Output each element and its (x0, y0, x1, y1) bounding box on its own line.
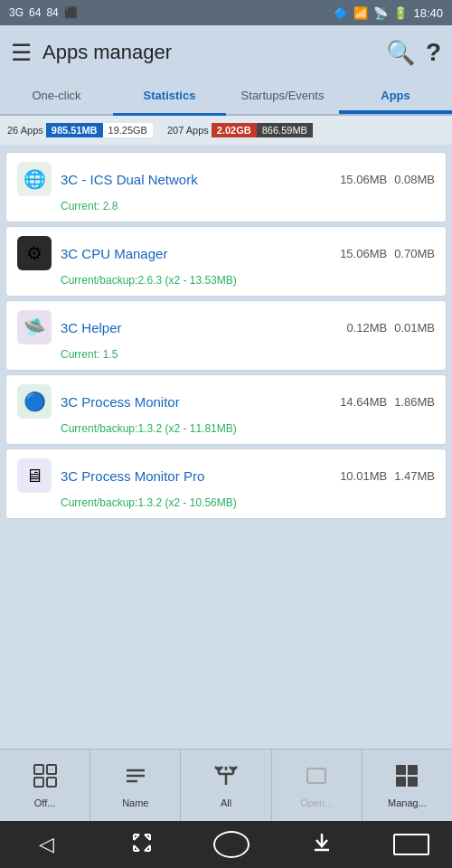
offline-icon (33, 763, 58, 794)
app-header: ☰ Apps manager 🔍 ? (0, 25, 452, 80)
app-icon-0: 🌐 (17, 162, 52, 196)
app-title: Apps manager (42, 41, 375, 64)
battery-icon: 🔋 (393, 6, 408, 20)
svg-rect-13 (307, 769, 325, 783)
open-icon (304, 763, 329, 794)
storage-left-used: 985.51MB (46, 123, 103, 137)
app-size2-1: 0.70MB (394, 247, 435, 260)
storage-bar: 26 Apps 985.51MB 19.25GB 207 Apps 2.02GB… (0, 116, 452, 145)
app-sizes-3: 14.64MB 1.86MB (340, 395, 435, 409)
svg-rect-15 (408, 765, 418, 775)
app-size2-3: 1.86MB (394, 395, 435, 409)
app-sizes-4: 10.01MB 1.47MB (340, 469, 435, 483)
name-icon (123, 763, 148, 794)
tab-one-click[interactable]: One-click (0, 80, 113, 114)
toolbar-name-label: Name (122, 797, 148, 808)
toolbar-name-button[interactable]: Name (90, 750, 181, 821)
status-icon-3: 84 (46, 6, 58, 19)
list-item[interactable]: 🛸 3C Helper 0.12MB 0.01MB Current: 1.5 (5, 300, 447, 371)
status-right-icons: 🔷 📶 📡 🔋 18:40 (334, 6, 443, 20)
svg-rect-16 (396, 777, 406, 787)
list-item[interactable]: ⚙ 3C CPU Manager 15.06MB 0.70MB Current/… (5, 226, 447, 297)
nav-collapse[interactable] (116, 827, 168, 863)
app-size2-2: 0.01MB (394, 321, 435, 335)
bluetooth-icon: 🔷 (334, 6, 348, 20)
storage-left-total: 19.25GB (103, 123, 153, 137)
time-display: 18:40 (413, 6, 443, 20)
svg-rect-3 (47, 778, 56, 787)
tab-startups-events[interactable]: Startups/Events (226, 80, 339, 114)
app-size1-4: 10.01MB (340, 469, 387, 483)
status-icon-2: 64 (29, 6, 41, 19)
app-sub-4: Current/backup:1.3.2 (x2 - 10.56MB) (17, 496, 435, 509)
app-name-4: 3C Process Monitor Pro (61, 468, 331, 484)
toolbar-offline-label: Off... (34, 797, 56, 808)
app-icon-3: 🔵 (17, 384, 52, 419)
toolbar-manage-button[interactable]: Manag... (363, 750, 452, 821)
storage-right-count: 207 Apps (167, 125, 209, 136)
menu-icon[interactable]: ☰ (11, 39, 32, 67)
toolbar-all-button[interactable]: All (181, 750, 271, 821)
app-name-3: 3C Process Monitor (61, 394, 331, 410)
storage-right-total: 866.59MB (257, 123, 313, 137)
app-icon-2: 🛸 (17, 310, 52, 344)
app-icon-4: 🖥 (17, 458, 52, 493)
tab-bar: One-click Statistics Startups/Events App… (0, 80, 452, 116)
app-sizes-1: 15.06MB 0.70MB (340, 247, 435, 260)
tab-apps[interactable]: Apps (339, 80, 452, 114)
nav-download[interactable] (296, 826, 348, 863)
app-size2-4: 1.47MB (394, 469, 435, 483)
bottom-toolbar: Off... Name All Open... (0, 749, 452, 821)
app-size1-1: 15.06MB (340, 247, 387, 260)
app-sizes-2: 0.12MB 0.01MB (346, 321, 435, 335)
list-item[interactable]: 🔵 3C Process Monitor 14.64MB 1.86MB Curr… (5, 374, 447, 445)
app-size1-0: 15.06MB (340, 173, 387, 186)
nav-home[interactable] (213, 831, 250, 858)
app-icon-1: ⚙ (17, 236, 52, 270)
app-size1-3: 14.64MB (340, 395, 387, 409)
wifi-icon: 📶 (353, 6, 368, 20)
app-name-2: 3C Helper (61, 320, 337, 335)
nav-bar: ◁ (0, 821, 452, 868)
help-icon[interactable]: ? (426, 38, 441, 67)
app-sub-3: Current/backup:1.3.2 (x2 - 11.81MB) (17, 422, 435, 435)
app-sub-1: Current/backup:2.6.3 (x2 - 13.53MB) (17, 274, 435, 287)
toolbar-open-button: Open... (272, 750, 363, 821)
toolbar-offline-button[interactable]: Off... (0, 750, 90, 821)
manage-icon (394, 763, 419, 794)
app-sub-0: Current: 2.8 (17, 200, 435, 212)
status-icon-1: 3G (9, 6, 24, 19)
search-icon[interactable]: 🔍 (386, 39, 415, 67)
app-sub-2: Current: 1.5 (17, 348, 435, 361)
all-icon (213, 763, 239, 794)
svg-rect-14 (396, 765, 406, 775)
status-bar: 3G 64 84 ⬛ 🔷 📶 📡 🔋 18:40 (0, 0, 452, 25)
signal-icon: 📡 (373, 6, 388, 20)
tab-statistics[interactable]: Statistics (113, 80, 226, 114)
storage-right-used: 2.02GB (212, 123, 257, 137)
app-sizes-0: 15.06MB 0.08MB (340, 173, 435, 186)
toolbar-manage-label: Manag... (388, 797, 427, 808)
toolbar-all-label: All (221, 797, 231, 808)
svg-rect-2 (34, 778, 43, 787)
app-list: 🌐 3C - ICS Dual Network 15.06MB 0.08MB C… (0, 145, 452, 749)
storage-left-count: 26 Apps (7, 125, 43, 136)
nav-recent[interactable] (393, 834, 429, 855)
app-name-1: 3C CPU Manager (61, 246, 331, 261)
app-name-0: 3C - ICS Dual Network (61, 172, 331, 187)
status-icon-bluetooth: ⬛ (64, 6, 78, 19)
status-left-icons: 3G 64 84 ⬛ (9, 6, 78, 19)
nav-back[interactable]: ◁ (23, 827, 71, 862)
toolbar-open-label: Open... (300, 797, 333, 808)
list-item[interactable]: 🖥 3C Process Monitor Pro 10.01MB 1.47MB … (5, 448, 447, 519)
svg-rect-17 (408, 777, 418, 787)
app-size2-0: 0.08MB (394, 173, 435, 186)
list-item[interactable]: 🌐 3C - ICS Dual Network 15.06MB 0.08MB C… (5, 152, 447, 222)
app-size1-2: 0.12MB (346, 321, 387, 335)
